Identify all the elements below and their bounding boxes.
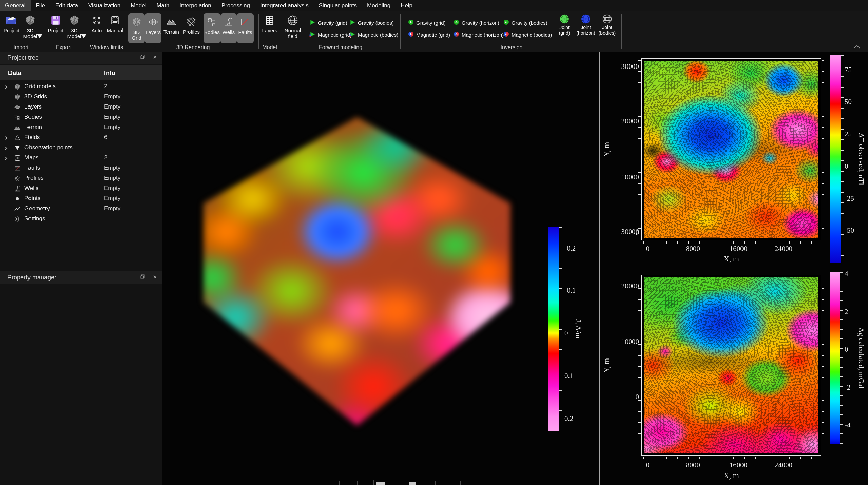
menu-file[interactable]: File	[31, 0, 50, 11]
inversion-gravity-grid-button[interactable]: Gravity (grid)	[408, 19, 446, 27]
toggle-bodies-button[interactable]: Bodies	[204, 13, 220, 43]
menu-modeling[interactable]: Modeling	[362, 0, 396, 11]
magnet-back-arrow-icon	[408, 31, 414, 38]
tree-row-label: Points	[24, 195, 40, 202]
inversion-magnetic-grid-button[interactable]: Magnetic (grid)	[408, 31, 450, 39]
close-panel-icon[interactable]	[152, 274, 157, 281]
toggle-profiles-button[interactable]: Profiles	[182, 15, 201, 35]
pane-divider[interactable]	[599, 52, 600, 485]
ribbon-group-3d-rendering: 3D Grid Layers Terrain Profiles	[128, 11, 258, 51]
menu-integrated-analysis[interactable]: Integrated analysis	[255, 0, 314, 11]
menu-edit-data[interactable]: Edit data	[50, 0, 83, 11]
forward-magnetic-grid-button[interactable]: Magnetic (grid)	[309, 31, 352, 39]
tree-row-maps[interactable]: Maps 2	[0, 153, 162, 163]
toggle-terrain-button[interactable]: Terrain	[162, 15, 180, 35]
toggle-3d-grid-button[interactable]: 3D Grid	[128, 13, 145, 43]
faults-icon	[240, 15, 250, 29]
tree-row-label: Observation points	[24, 144, 73, 151]
expander-icon[interactable]	[4, 135, 9, 140]
tree-row-fields[interactable]: Fields 6	[0, 133, 162, 143]
toggle-faults-label: Faults	[238, 29, 252, 35]
project-tree-header: Data Info	[0, 65, 162, 80]
map2-calculated-field[interactable]	[644, 277, 818, 453]
tree-row-wells[interactable]: Wells Empty	[0, 183, 162, 194]
tree-row-info: 2	[104, 154, 107, 161]
float-panel-icon[interactable]	[140, 54, 146, 61]
globe-wireframe-icon	[287, 13, 299, 27]
map2-y-axis-title: Y, m	[602, 275, 612, 456]
menu-singular-points[interactable]: Singular points	[314, 0, 362, 11]
ribbon-separator	[85, 14, 85, 48]
window-limits-manual-button[interactable]: Manual	[106, 13, 124, 33]
forward-gravity-grid-button[interactable]: Gravity (grid)	[309, 19, 347, 27]
volume-render-3d[interactable]	[204, 117, 510, 426]
export-project-button[interactable]: Project	[46, 13, 65, 33]
tree-row-points[interactable]: Points Empty	[0, 194, 162, 204]
close-panel-icon[interactable]	[152, 54, 157, 61]
magnetization-colorbar-ticks	[559, 227, 562, 431]
tree-row-settings[interactable]: Settings	[0, 214, 162, 224]
tree-row-profiles[interactable]: Profiles Empty	[0, 173, 162, 183]
layers-icon	[14, 103, 21, 111]
group-label-export: Export	[43, 44, 84, 51]
tree-row-info: 6	[104, 134, 107, 141]
inversion-gravity-bodies-button[interactable]: Gravity (bodies)	[503, 19, 547, 27]
map1-y-tick: 20000	[609, 117, 639, 125]
menu-model[interactable]: Model	[126, 0, 151, 11]
maps-icon	[14, 154, 21, 162]
map2-cb-tick: 2	[845, 307, 848, 316]
inversion-magnetic-bodies-button[interactable]: Magnetic (bodies)	[503, 31, 552, 39]
model-layers-button[interactable]: Layers	[261, 13, 279, 33]
j-tick-label: 0	[564, 329, 568, 337]
float-panel-icon[interactable]	[140, 274, 146, 281]
project-tree-title-bar: Project tree	[0, 52, 162, 64]
menu-interpolation[interactable]: Interpolation	[174, 0, 216, 11]
map1-right-ticks	[822, 60, 824, 238]
menu-help[interactable]: Help	[396, 0, 418, 11]
tree-row-label: Faults	[24, 164, 40, 171]
joint-horizon-button[interactable]: Joint (horizon)	[576, 13, 596, 36]
forward-gravity-bodies-button[interactable]: Gravity (bodies)	[349, 19, 394, 27]
normal-field-button[interactable]: Normal field	[282, 13, 303, 39]
tree-row-geometry[interactable]: Geometry Empty	[0, 204, 162, 214]
expander-icon[interactable]	[4, 84, 9, 89]
toggle-wells-button[interactable]: Wells	[220, 13, 237, 43]
menu-math[interactable]: Math	[151, 0, 174, 11]
tree-row-layers[interactable]: Layers Empty	[0, 102, 162, 112]
export-3d-model-button[interactable]: 3D Model	[65, 13, 83, 39]
inversion-gravity-horizon-button[interactable]: Gravity (horizon)	[454, 19, 499, 27]
tree-row-observation-points[interactable]: Observation points	[0, 143, 162, 153]
forward-magnetic-grid-label: Magnetic (grid)	[318, 32, 352, 38]
settings-gear-icon	[14, 215, 21, 223]
tree-row-bodies[interactable]: Bodies Empty	[0, 112, 162, 122]
export-project-label: Project	[48, 27, 64, 33]
joint-grid-button[interactable]: Joint (grid)	[555, 13, 574, 36]
toggle-layers-button[interactable]: Layers	[145, 13, 161, 43]
menu-visualization[interactable]: Visualization	[83, 0, 126, 11]
tree-row-grid-models[interactable]: Grid models 2	[0, 82, 162, 92]
toggle-faults-button[interactable]: Faults	[237, 13, 254, 43]
ribbon-collapse-button[interactable]	[852, 44, 861, 50]
j-tick-label: 0.2	[564, 414, 573, 423]
play-green-magnet-icon	[309, 31, 315, 38]
map2-cb-tick: 4	[845, 269, 848, 278]
tree-row-info: Empty	[104, 114, 120, 120]
import-project-button[interactable]: Project	[3, 13, 20, 33]
forward-magnetic-bodies-button[interactable]: Magnetic (bodies)	[349, 31, 398, 39]
tree-row-terrain[interactable]: Terrain Empty	[0, 122, 162, 133]
toggle-layers-label: Layers	[146, 29, 161, 35]
menu-general[interactable]: General	[0, 0, 31, 11]
import-3d-model-button[interactable]: 3D Model	[21, 13, 39, 39]
ribbon-group-export: Project 3D Model Export	[43, 11, 84, 51]
tree-row-faults[interactable]: Faults Empty	[0, 163, 162, 173]
map1-observed-field[interactable]	[644, 61, 818, 238]
joint-bodies-button[interactable]: Joint (bodies)	[598, 13, 617, 36]
tree-row-3d-grids[interactable]: 3D Grids Empty	[0, 92, 162, 102]
map1-cb-tick: 0	[845, 162, 848, 171]
expander-icon[interactable]	[4, 146, 9, 150]
wells-derrick-icon	[224, 15, 234, 29]
menu-processing[interactable]: Processing	[216, 0, 255, 11]
expander-icon[interactable]	[4, 156, 9, 160]
inversion-magnetic-horizon-button[interactable]: Magnetic (horizon)	[454, 31, 504, 39]
window-limits-auto-button[interactable]: Auto	[89, 13, 104, 33]
